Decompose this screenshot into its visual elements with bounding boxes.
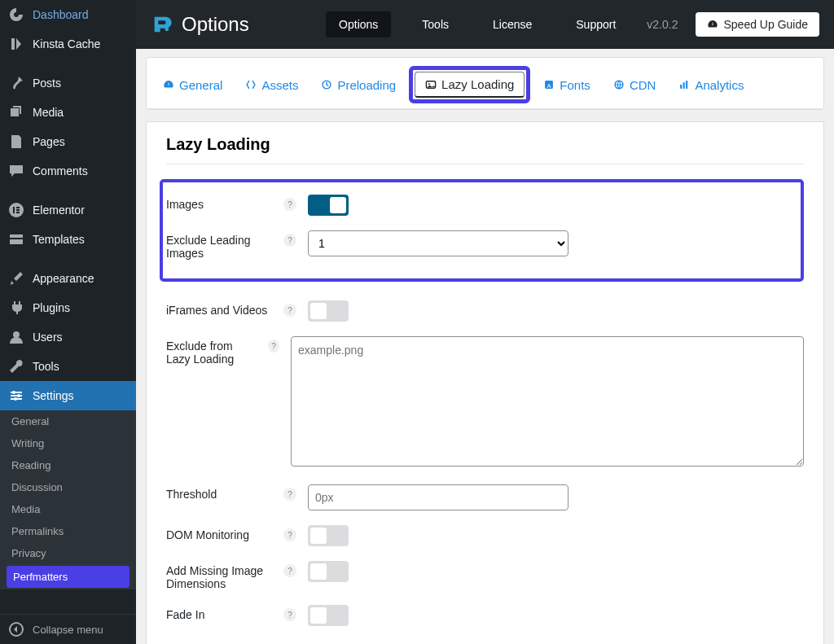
brush-icon [8,270,24,287]
toggle-dimensions[interactable] [308,561,349,582]
sidebar-item-comments[interactable]: Comments [0,156,136,186]
sidebar-item-elementor[interactable]: Elementor [0,195,136,225]
tab-general[interactable]: General [153,66,232,103]
tab-fonts[interactable]: AFonts [533,66,600,103]
svg-text:A: A [547,82,552,90]
tab-label: Fonts [560,78,590,92]
toggle-iframes[interactable] [308,300,349,322]
sidebar-item-appearance[interactable]: Appearance [0,264,136,293]
sidebar-item-kinsta[interactable]: Kinsta Cache [0,29,136,59]
sidebar-label: Tools [33,360,59,373]
tab-cdn[interactable]: CDN [604,66,666,103]
svg-point-9 [14,397,17,401]
svg-point-14 [428,83,430,85]
toggle-images[interactable] [308,195,349,216]
svg-rect-2 [13,207,15,213]
toggle-dom[interactable] [308,525,349,546]
highlighted-tab-wrap: Lazy Loading [409,66,530,103]
brand: Options [151,13,249,36]
main-content: Options Options Tools License Support v2… [136,0,834,644]
help-icon[interactable]: ? [283,528,296,541]
svg-rect-3 [16,207,20,208]
plugin-topbar: Options Options Tools License Support v2… [136,0,834,49]
pin-icon [8,75,24,91]
help-icon[interactable]: ? [283,234,296,247]
sidebar-item-plugins[interactable]: Plugins [0,293,136,322]
top-tab-options[interactable]: Options [326,11,391,37]
row-exclude-leading: Exclude Leading Images ? 1 [166,223,792,267]
svg-point-0 [14,12,19,17]
wp-admin-sidebar: Dashboard Kinsta Cache Posts Media Pages… [0,0,136,644]
sub-writing[interactable]: Writing [0,432,136,454]
help-icon[interactable]: ? [283,608,296,621]
sidebar-item-templates[interactable]: Templates [0,225,136,254]
tab-lazy-loading[interactable]: Lazy Loading [415,72,525,98]
templates-icon [8,231,24,248]
tab-preloading[interactable]: Preloading [311,66,406,103]
sidebar-item-posts[interactable]: Posts [0,68,136,98]
top-tab-license[interactable]: License [480,11,545,37]
sub-permalinks[interactable]: Permalinks [0,520,136,542]
label-dom: DOM Monitoring [166,525,272,541]
toggle-fade[interactable] [308,605,349,626]
help-icon[interactable]: ? [283,304,296,317]
speed-up-guide-button[interactable]: Speed Up Guide [696,12,819,37]
help-icon[interactable]: ? [268,340,279,353]
svg-rect-5 [16,212,20,213]
brand-title: Options [182,13,249,36]
sidebar-item-users[interactable]: Users [0,322,136,352]
tab-label: Assets [261,78,298,92]
top-tab-support[interactable]: Support [563,11,629,37]
svg-point-7 [12,391,15,394]
lazy-loading-panel: Lazy Loading Images ? Exclude Leading Im… [146,121,824,644]
settings-tabs-card: General Assets Preloading Lazy Loading A… [146,57,824,110]
sidebar-label: Users [33,331,63,344]
help-icon[interactable]: ? [283,488,296,501]
sidebar-item-tools[interactable]: Tools [0,352,136,381]
label-exclude: Exclude from Lazy Loading [166,336,257,366]
svg-rect-4 [16,209,20,211]
sidebar-item-settings[interactable]: Settings [0,381,136,410]
elementor-icon [8,202,24,218]
tab-label: General [179,78,222,92]
kinsta-icon [8,36,24,52]
sub-perfmatters[interactable]: Perfmatters [7,566,129,588]
version-label: v2.0.2 [647,18,678,31]
tab-analytics[interactable]: Analytics [669,66,753,103]
sidebar-label: Appearance [33,272,94,285]
label-fade: Fade In [166,605,272,621]
sub-reading[interactable]: Reading [0,454,136,476]
sub-media[interactable]: Media [0,498,136,520]
collapse-menu[interactable]: Collapse menu [0,614,136,644]
sub-general[interactable]: General [0,410,136,432]
sub-discussion[interactable]: Discussion [0,476,136,498]
sidebar-label: Comments [33,164,88,177]
row-dom: DOM Monitoring ? [166,518,804,554]
sub-privacy[interactable]: Privacy [0,542,136,564]
input-threshold[interactable] [308,484,568,510]
media-icon [8,104,24,120]
select-exclude-leading[interactable]: 1 [308,230,568,256]
textarea-exclude[interactable] [291,336,804,467]
sidebar-item-media[interactable]: Media [0,98,136,127]
tab-label: Lazy Loading [441,77,514,91]
help-icon[interactable]: ? [283,564,296,577]
sidebar-item-dashboard[interactable]: Dashboard [0,0,136,29]
svg-point-11 [165,28,169,32]
gauge-icon [707,19,718,30]
row-threshold: Threshold ? [166,477,804,518]
tab-assets[interactable]: Assets [235,66,308,103]
tab-label: Analytics [695,78,744,92]
plug-icon [8,300,24,316]
label-threshold: Threshold [166,484,272,501]
pages-icon [8,134,24,150]
divider [166,164,804,164]
help-icon[interactable]: ? [283,198,296,211]
sidebar-item-pages[interactable]: Pages [0,127,136,156]
sidebar-label: Media [33,106,64,119]
users-icon [8,329,24,345]
top-tab-tools[interactable]: Tools [409,11,462,37]
tab-label: Preloading [337,78,396,92]
highlighted-settings-box: Images ? Exclude Leading Images ? 1 [160,179,804,282]
speed-label: Speed Up Guide [723,18,808,31]
